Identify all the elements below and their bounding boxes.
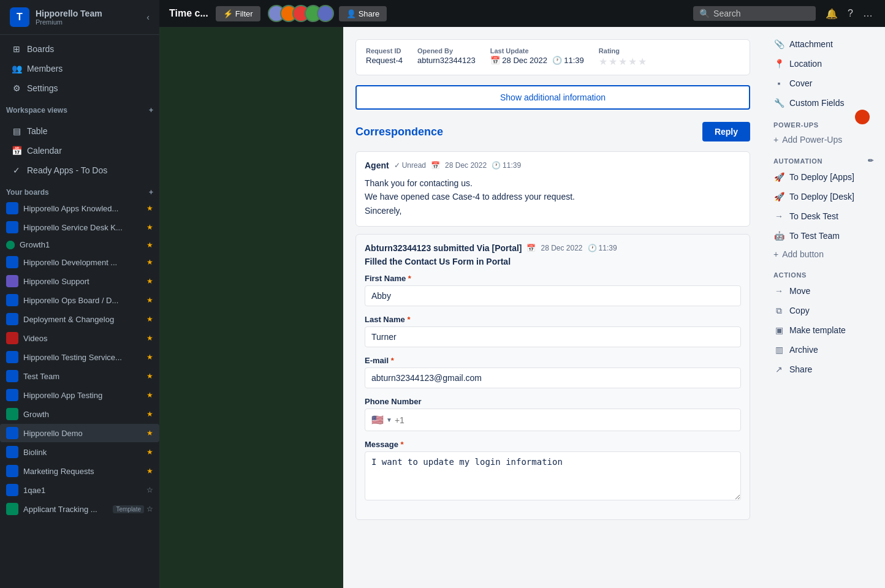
search-input[interactable] bbox=[713, 9, 799, 18]
board-item-13[interactable]: Biolink ★ bbox=[0, 443, 159, 461]
member-avatar-5 bbox=[317, 5, 334, 22]
submission-subtitle: Filled the Contact Us Form in Portal bbox=[365, 257, 741, 266]
help-icon[interactable]: ? bbox=[845, 6, 856, 21]
phone-number-input[interactable] bbox=[395, 415, 734, 425]
board-star-7[interactable]: ★ bbox=[146, 334, 153, 342]
board-star-0[interactable]: ★ bbox=[146, 204, 153, 213]
workspace-view-table[interactable]: ▤ Table bbox=[5, 122, 154, 140]
action-copy[interactable]: ⧉ Copy bbox=[767, 301, 880, 320]
show-additional-info-button[interactable]: Show additional information bbox=[355, 85, 750, 110]
reply-button[interactable]: Reply bbox=[702, 122, 750, 141]
sidebar-item-boards[interactable]: ⊞ Boards bbox=[5, 40, 154, 58]
add-button-item[interactable]: + Add button bbox=[767, 246, 880, 263]
board-avatar-10 bbox=[6, 389, 18, 401]
sidebar-collapse-button[interactable]: ‹ bbox=[146, 12, 150, 22]
form-input-lastname[interactable] bbox=[365, 326, 741, 347]
phone-dropdown-arrow[interactable]: ▼ bbox=[386, 417, 392, 423]
action-share[interactable]: ↗ Share bbox=[767, 360, 880, 379]
board-star-3[interactable]: ★ bbox=[146, 258, 153, 266]
attachment-item[interactable]: 📎 Attachment bbox=[767, 34, 880, 54]
form-input-firstname[interactable] bbox=[365, 285, 741, 306]
star-3[interactable]: ★ bbox=[618, 56, 627, 67]
board-avatar-4 bbox=[6, 275, 18, 287]
form-label-phone: Phone Number bbox=[365, 397, 741, 406]
attachment-icon: 📎 bbox=[773, 39, 784, 50]
phone-input-wrapper[interactable]: 🇺🇸 ▼ bbox=[365, 409, 741, 431]
action-archive[interactable]: ▥ Archive bbox=[767, 340, 880, 360]
board-star-15[interactable]: ☆ bbox=[146, 486, 153, 494]
board-star-12[interactable]: ★ bbox=[146, 429, 153, 437]
board-item-8[interactable]: Hipporello Testing Service... ★ bbox=[0, 348, 159, 366]
add-board-button[interactable]: + bbox=[149, 188, 153, 197]
search-box[interactable]: 🔍 bbox=[693, 6, 816, 21]
board-avatar-6 bbox=[6, 313, 18, 325]
board-item-5[interactable]: Hipporello Ops Board / D... ★ bbox=[0, 291, 159, 309]
board-star-2[interactable]: ★ bbox=[146, 241, 153, 249]
workspace-view-calendar[interactable]: 📅 Calendar bbox=[5, 141, 154, 160]
board-star-8[interactable]: ★ bbox=[146, 353, 153, 361]
sidebar-item-settings[interactable]: ⚙ Settings bbox=[5, 79, 154, 97]
rating-label: Rating bbox=[599, 47, 647, 55]
sidebar-item-members[interactable]: 👥 Members bbox=[5, 59, 154, 78]
board-item-1[interactable]: Hipporello Service Desk K... ★ bbox=[0, 218, 159, 236]
phone-flag: 🇺🇸 bbox=[371, 414, 384, 426]
board-star-4[interactable]: ★ bbox=[146, 277, 153, 285]
share-button[interactable]: 👤 Share bbox=[339, 6, 387, 21]
board-star-10[interactable]: ★ bbox=[146, 391, 153, 399]
message-date: 28 Dec 2022 bbox=[445, 161, 487, 170]
filter-button[interactable]: ⚡ Filter bbox=[216, 6, 260, 21]
board-star-11[interactable]: ★ bbox=[146, 410, 153, 418]
star-5[interactable]: ★ bbox=[638, 56, 647, 67]
board-name-16: Applicant Tracking ... bbox=[23, 505, 110, 514]
board-item-4[interactable]: Hipporello Support ★ bbox=[0, 272, 159, 290]
board-star-1[interactable]: ★ bbox=[146, 223, 153, 232]
workspace-view-readyapps[interactable]: ✓ Ready Apps - To Dos bbox=[5, 161, 154, 179]
board-item-2[interactable]: Growth1 ★ bbox=[0, 237, 159, 252]
board-item-16[interactable]: Applicant Tracking ... Template ☆ bbox=[0, 500, 159, 518]
board-area: New Requests ··· About Premium Plan by S… bbox=[159, 27, 885, 588]
edit-automation-icon[interactable]: ✏ bbox=[868, 157, 874, 165]
star-4[interactable]: ★ bbox=[628, 56, 637, 67]
board-item-15[interactable]: 1qae1 ☆ bbox=[0, 481, 159, 499]
automation-item-3[interactable]: 🤖 To Test Team bbox=[767, 226, 880, 246]
attachment-label: Attachment bbox=[789, 39, 833, 49]
action-move[interactable]: → Move bbox=[767, 281, 880, 301]
automation-item-1[interactable]: 🚀 To Deploy [Desk] bbox=[767, 187, 880, 206]
automation-item-2[interactable]: → To Desk Test bbox=[767, 206, 880, 226]
star-1[interactable]: ★ bbox=[599, 56, 607, 67]
board-star-5[interactable]: ★ bbox=[146, 296, 153, 304]
add-power-ups-item[interactable]: + Add Power-Ups bbox=[767, 131, 880, 148]
automation-label-0: To Deploy [Apps] bbox=[789, 172, 854, 182]
form-input-email[interactable] bbox=[365, 368, 741, 388]
board-item-11[interactable]: Growth ★ bbox=[0, 405, 159, 423]
board-item-9[interactable]: Test Team ★ bbox=[0, 367, 159, 385]
rating-col: Rating ★ ★ ★ ★ ★ bbox=[599, 47, 647, 67]
action-make-template[interactable]: ▣ Make template bbox=[767, 320, 880, 340]
board-star-14[interactable]: ★ bbox=[146, 467, 153, 475]
board-item-14[interactable]: Marketing Requests ★ bbox=[0, 462, 159, 480]
board-star-16[interactable]: ☆ bbox=[146, 505, 153, 513]
opened-by-label: Opened By bbox=[417, 47, 476, 55]
board-star-13[interactable]: ★ bbox=[146, 448, 153, 456]
message-header-agent: Agent ✓ Unread 📅 28 Dec 2022 bbox=[365, 160, 741, 170]
form-input-message[interactable]: I want to update my login information bbox=[365, 451, 741, 500]
board-item-3[interactable]: Hipporello Development ... ★ bbox=[0, 253, 159, 271]
board-item-6[interactable]: Deployment & Changelog ★ bbox=[0, 310, 159, 328]
location-item[interactable]: 📍 Location bbox=[767, 54, 880, 74]
board-item-7[interactable]: Videos ★ bbox=[0, 329, 159, 347]
notification-icon[interactable]: 🔔 bbox=[823, 6, 840, 22]
request-id-col: Request ID Request-4 bbox=[366, 47, 403, 67]
cover-item[interactable]: ▪ Cover bbox=[767, 74, 880, 93]
more-icon[interactable]: … bbox=[860, 6, 875, 21]
board-name-15: 1qae1 bbox=[23, 486, 144, 495]
board-item-12[interactable]: Hipporello Demo ★ bbox=[0, 424, 159, 442]
star-2[interactable]: ★ bbox=[609, 56, 617, 67]
automation-item-0[interactable]: 🚀 To Deploy [Apps] bbox=[767, 167, 880, 187]
board-star-6[interactable]: ★ bbox=[146, 315, 153, 323]
rating-stars[interactable]: ★ ★ ★ ★ ★ bbox=[599, 56, 647, 67]
opened-by-value: abturn32344123 bbox=[417, 56, 476, 65]
board-item-0[interactable]: Hipporello Apps Knowled... ★ bbox=[0, 199, 159, 217]
board-star-9[interactable]: ★ bbox=[146, 372, 153, 380]
add-workspace-view-button[interactable]: + bbox=[149, 106, 153, 115]
board-item-10[interactable]: Hipporello App Testing ★ bbox=[0, 386, 159, 404]
